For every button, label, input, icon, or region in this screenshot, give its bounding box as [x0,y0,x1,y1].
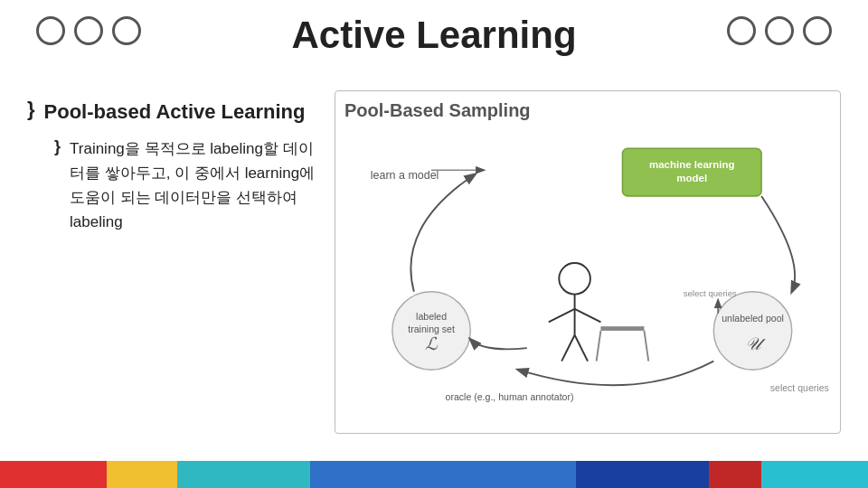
svg-text:unlabeled pool: unlabeled pool [722,313,784,324]
bullet-icon-1: } [27,98,35,121]
svg-line-7 [549,309,575,322]
bottom-seg-blue [310,461,576,488]
svg-line-13 [644,331,648,361]
text-panel: } Pool-based Active Learning } Training을… [27,90,316,434]
svg-text:oracle (e.g., human annotator): oracle (e.g., human annotator) [446,391,574,402]
svg-point-18 [713,292,791,370]
svg-text:select queries: select queries [684,288,737,298]
svg-line-9 [561,335,574,361]
diagram-panel: Pool-Based Sampling learn a model [335,90,841,434]
bottom-seg-yellow [107,461,177,488]
bottom-seg-teal [177,461,310,488]
svg-text:select queries: select queries [770,382,829,393]
svg-text:labeled: labeled [416,311,447,322]
svg-line-10 [575,335,588,361]
bullet-text-2: Training을 목적으로 labeling할 데이터를 쌓아두고, 이 중에… [70,136,316,235]
svg-rect-11 [600,326,644,331]
page-title: Active Learning [0,14,868,57]
bullet-2: } Training을 목적으로 labeling할 데이터를 쌓아두고, 이 … [54,136,316,235]
bottom-seg-red2 [709,461,762,488]
content-area: } Pool-based Active Learning } Training을… [27,90,841,434]
svg-text:training set: training set [408,324,455,334]
svg-line-8 [575,309,601,322]
bottom-seg-cyan [761,461,868,488]
svg-text:learn a model: learn a model [371,169,439,182]
bullet-icon-2: } [54,137,61,156]
diagram-svg: learn a model machine learning model [344,128,831,420]
bottom-seg-red [0,461,107,488]
diagram-image: learn a model machine learning model [344,128,831,420]
svg-text:model: model [676,173,707,183]
svg-point-5 [559,263,590,295]
diagram-title: Pool-Based Sampling [344,100,831,121]
bottom-bar [0,461,868,488]
bullet-text-1: Pool-based Active Learning [44,99,306,126]
bottom-seg-darkblue [576,461,709,488]
svg-line-12 [597,331,601,361]
svg-text:machine learning: machine learning [649,159,735,170]
bullet-1: } Pool-based Active Learning [27,99,316,126]
svg-text:ℒ: ℒ [425,334,439,353]
